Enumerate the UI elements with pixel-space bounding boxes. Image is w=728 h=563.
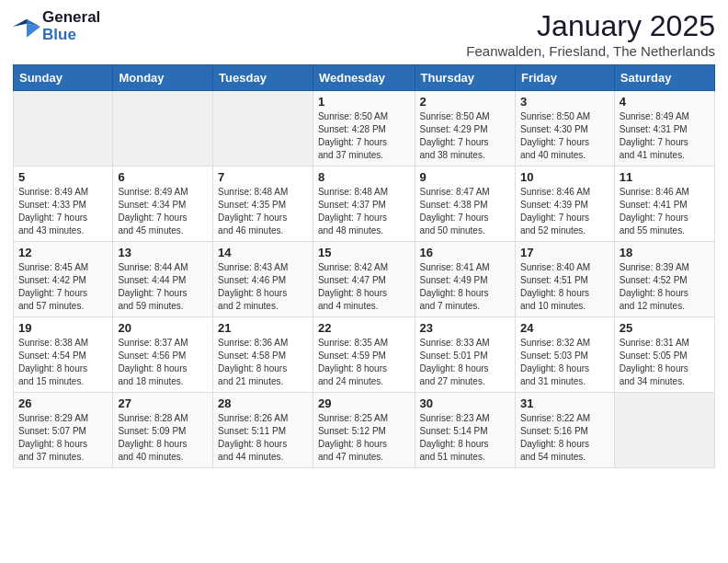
day-info: Sunrise: 8:42 AM Sunset: 4:47 PM Dayligh… [318,261,410,313]
logo-general: General [42,9,100,27]
calendar-cell: 30Sunrise: 8:23 AM Sunset: 5:14 PM Dayli… [415,393,515,468]
day-number: 30 [420,396,510,410]
logo-blue: Blue [42,27,100,44]
day-number: 18 [620,246,710,259]
calendar-table: SundayMondayTuesdayWednesdayThursdayFrid… [13,64,715,468]
day-info: Sunrise: 8:31 AM Sunset: 5:05 PM Dayligh… [620,337,710,388]
day-number: 25 [620,321,710,335]
calendar-cell: 6Sunrise: 8:49 AM Sunset: 4:34 PM Daylig… [113,167,213,242]
calendar-cell: 3Sunrise: 8:50 AM Sunset: 4:30 PM Daylig… [515,91,614,167]
day-number: 9 [420,170,510,184]
day-info: Sunrise: 8:23 AM Sunset: 5:14 PM Dayligh… [420,412,510,464]
day-info: Sunrise: 8:43 AM Sunset: 4:46 PM Dayligh… [218,261,308,313]
day-number: 20 [118,321,208,335]
day-info: Sunrise: 8:48 AM Sunset: 4:35 PM Dayligh… [218,186,308,237]
calendar-cell: 17Sunrise: 8:40 AM Sunset: 4:51 PM Dayli… [515,242,614,317]
logo-bird-icon [13,16,40,38]
day-number: 22 [318,321,410,335]
day-info: Sunrise: 8:46 AM Sunset: 4:39 PM Dayligh… [520,186,609,237]
calendar-cell: 1Sunrise: 8:50 AM Sunset: 4:28 PM Daylig… [313,91,415,167]
calendar-cell: 14Sunrise: 8:43 AM Sunset: 4:46 PM Dayli… [213,242,313,317]
day-number: 15 [318,246,410,259]
calendar-cell: 7Sunrise: 8:48 AM Sunset: 4:35 PM Daylig… [213,167,313,242]
week-row-1: 1Sunrise: 8:50 AM Sunset: 4:28 PM Daylig… [14,91,715,167]
calendar-cell: 25Sunrise: 8:31 AM Sunset: 5:05 PM Dayli… [614,317,714,393]
day-number: 10 [520,170,609,184]
day-number: 24 [520,321,609,335]
calendar-cell: 2Sunrise: 8:50 AM Sunset: 4:29 PM Daylig… [415,91,515,167]
calendar-cell [113,91,213,167]
day-number: 31 [520,396,609,410]
day-number: 28 [218,396,308,410]
calendar-cell: 15Sunrise: 8:42 AM Sunset: 4:47 PM Dayli… [313,242,415,317]
day-number: 5 [18,170,108,184]
day-number: 23 [420,321,510,335]
weekday-header-sunday: Sunday [14,65,113,91]
calendar-cell: 13Sunrise: 8:44 AM Sunset: 4:44 PM Dayli… [113,242,213,317]
day-number: 13 [118,246,208,259]
day-info: Sunrise: 8:50 AM Sunset: 4:28 PM Dayligh… [318,110,410,162]
title-block: January 2025 Feanwalden, Friesland, The … [466,9,715,59]
day-info: Sunrise: 8:36 AM Sunset: 4:58 PM Dayligh… [218,337,308,388]
day-number: 29 [318,396,410,410]
day-info: Sunrise: 8:22 AM Sunset: 5:16 PM Dayligh… [520,412,609,464]
calendar-cell: 19Sunrise: 8:38 AM Sunset: 4:54 PM Dayli… [14,317,113,393]
day-info: Sunrise: 8:38 AM Sunset: 4:54 PM Dayligh… [18,337,108,388]
calendar-cell: 28Sunrise: 8:26 AM Sunset: 5:11 PM Dayli… [213,393,313,468]
calendar-cell: 11Sunrise: 8:46 AM Sunset: 4:41 PM Dayli… [614,167,714,242]
main-container: General Blue January 2025 Feanwalden, Fr… [0,0,728,477]
weekday-header-friday: Friday [515,65,614,91]
day-info: Sunrise: 8:35 AM Sunset: 4:59 PM Dayligh… [318,337,410,388]
day-info: Sunrise: 8:49 AM Sunset: 4:33 PM Dayligh… [18,186,108,237]
day-number: 12 [18,246,108,259]
calendar-cell: 26Sunrise: 8:29 AM Sunset: 5:07 PM Dayli… [14,393,113,468]
day-number: 19 [18,321,108,335]
day-info: Sunrise: 8:49 AM Sunset: 4:34 PM Dayligh… [118,186,208,237]
day-info: Sunrise: 8:50 AM Sunset: 4:30 PM Dayligh… [520,110,609,162]
week-row-3: 12Sunrise: 8:45 AM Sunset: 4:42 PM Dayli… [14,242,715,317]
day-number: 26 [18,396,108,410]
day-number: 7 [218,170,308,184]
day-info: Sunrise: 8:46 AM Sunset: 4:41 PM Dayligh… [620,186,710,237]
day-info: Sunrise: 8:50 AM Sunset: 4:29 PM Dayligh… [420,110,510,162]
logo-name: General Blue [42,9,100,43]
month-title: January 2025 [466,9,715,43]
calendar-cell: 31Sunrise: 8:22 AM Sunset: 5:16 PM Dayli… [515,393,614,468]
weekday-header-monday: Monday [113,65,213,91]
week-row-4: 19Sunrise: 8:38 AM Sunset: 4:54 PM Dayli… [14,317,715,393]
day-info: Sunrise: 8:47 AM Sunset: 4:38 PM Dayligh… [420,186,510,237]
header: General Blue January 2025 Feanwalden, Fr… [13,9,715,59]
calendar-cell: 5Sunrise: 8:49 AM Sunset: 4:33 PM Daylig… [14,167,113,242]
day-info: Sunrise: 8:45 AM Sunset: 4:42 PM Dayligh… [18,261,108,313]
calendar-cell: 23Sunrise: 8:33 AM Sunset: 5:01 PM Dayli… [415,317,515,393]
day-number: 2 [420,95,510,109]
day-info: Sunrise: 8:29 AM Sunset: 5:07 PM Dayligh… [18,412,108,464]
location-title: Feanwalden, Friesland, The Netherlands [466,43,715,59]
day-info: Sunrise: 8:33 AM Sunset: 5:01 PM Dayligh… [420,337,510,388]
day-number: 27 [118,396,208,410]
calendar-cell: 4Sunrise: 8:49 AM Sunset: 4:31 PM Daylig… [614,91,714,167]
calendar-cell: 9Sunrise: 8:47 AM Sunset: 4:38 PM Daylig… [415,167,515,242]
calendar-cell: 16Sunrise: 8:41 AM Sunset: 4:49 PM Dayli… [415,242,515,317]
day-number: 14 [218,246,308,259]
calendar-cell [614,393,714,468]
day-number: 3 [520,95,609,109]
day-info: Sunrise: 8:49 AM Sunset: 4:31 PM Dayligh… [620,110,710,162]
day-info: Sunrise: 8:32 AM Sunset: 5:03 PM Dayligh… [520,337,609,388]
calendar-cell [14,91,113,167]
calendar-cell: 22Sunrise: 8:35 AM Sunset: 4:59 PM Dayli… [313,317,415,393]
calendar-cell: 20Sunrise: 8:37 AM Sunset: 4:56 PM Dayli… [113,317,213,393]
calendar-cell: 8Sunrise: 8:48 AM Sunset: 4:37 PM Daylig… [313,167,415,242]
day-number: 17 [520,246,609,259]
calendar-cell: 21Sunrise: 8:36 AM Sunset: 4:58 PM Dayli… [213,317,313,393]
day-number: 11 [620,170,710,184]
weekday-header-row: SundayMondayTuesdayWednesdayThursdayFrid… [14,65,715,91]
week-row-5: 26Sunrise: 8:29 AM Sunset: 5:07 PM Dayli… [14,393,715,468]
day-number: 8 [318,170,410,184]
calendar-cell [213,91,313,167]
day-info: Sunrise: 8:39 AM Sunset: 4:52 PM Dayligh… [620,261,710,313]
day-number: 4 [620,95,710,109]
day-info: Sunrise: 8:41 AM Sunset: 4:49 PM Dayligh… [420,261,510,313]
calendar-cell: 27Sunrise: 8:28 AM Sunset: 5:09 PM Dayli… [113,393,213,468]
weekday-header-wednesday: Wednesday [313,65,415,91]
